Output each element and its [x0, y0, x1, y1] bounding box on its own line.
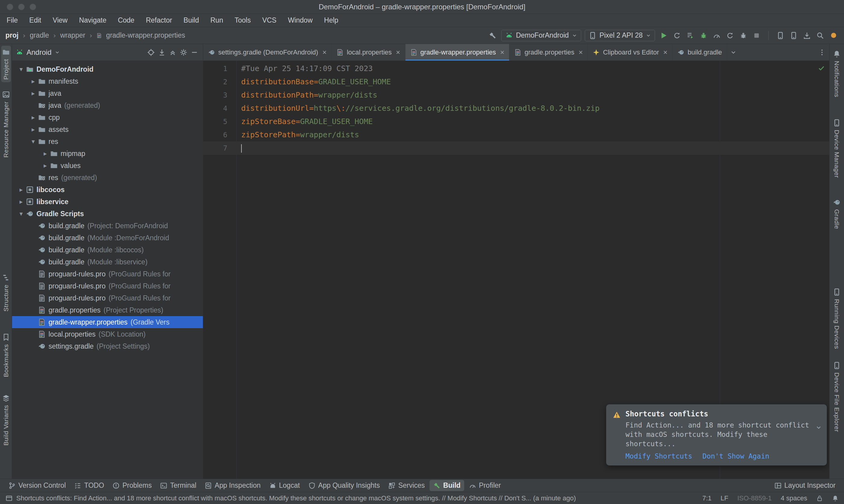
menu-edit[interactable]: Edit — [29, 16, 41, 24]
run-configurations-button[interactable] — [685, 31, 695, 41]
tree-item-gradle-properties-project-properties[interactable]: gradle.properties(Project Properties) — [12, 304, 203, 316]
tree-item-build-gradle-module-demoforandroid[interactable]: build.gradle(Module :DemoForAndroid — [12, 232, 203, 244]
device-selector[interactable]: Pixel 2 API 28 — [585, 30, 655, 41]
minimize-window-button[interactable] — [18, 4, 25, 10]
tree-chevron-icon[interactable]: ▸ — [16, 198, 26, 205]
close-tab-icon[interactable]: × — [322, 48, 326, 57]
menu-build[interactable]: Build — [184, 16, 199, 24]
tree-item-local-properties-sdk-location[interactable]: local.properties(SDK Location) — [12, 328, 203, 340]
tree-item-proguard-rules-pro-proguard-rules-for[interactable]: proguard-rules.pro(ProGuard Rules for — [12, 268, 203, 280]
tool-stripe-build-variants[interactable]: Build Variants — [1, 392, 11, 448]
search-everywhere-button[interactable] — [815, 31, 825, 41]
debug-button[interactable] — [699, 31, 709, 41]
select-opened-file-button[interactable] — [146, 48, 156, 57]
tool-window-button-logcat[interactable]: Logcat — [265, 480, 304, 491]
code-line-5[interactable]: 5zipStoreBase=GRADLE_USER_HOME — [203, 115, 829, 128]
tree-chevron-icon[interactable]: ▸ — [40, 162, 50, 169]
tool-window-button-version-control[interactable]: Version Control — [5, 480, 69, 491]
profiler-button[interactable] — [712, 31, 722, 41]
sync-project-button[interactable] — [725, 31, 735, 41]
tool-stripe-device-manager[interactable]: Device Manager — [832, 116, 842, 180]
menu-tools[interactable]: Tools — [235, 16, 251, 24]
menu-code[interactable]: Code — [118, 16, 135, 24]
close-tab-icon[interactable]: × — [500, 48, 504, 57]
notifications-icon[interactable] — [832, 495, 839, 502]
tool-stripe-bookmarks[interactable]: Bookmarks — [1, 331, 11, 380]
tool-window-button-app-quality-insights[interactable]: App Quality Insights — [305, 480, 384, 491]
zoom-window-button[interactable] — [30, 4, 36, 10]
modify-shortcuts-link[interactable]: Modify Shortcuts — [625, 452, 692, 460]
tool-stripe-notifications[interactable]: Notifications — [832, 48, 842, 100]
hide-panel-button[interactable] — [190, 48, 199, 57]
breadcrumb-item-proj[interactable]: proj — [5, 31, 18, 39]
code-line-7[interactable]: 7 — [203, 142, 829, 155]
tree-chevron-icon[interactable]: ▸ — [28, 90, 38, 97]
readonly-lock-icon[interactable] — [816, 495, 823, 502]
close-tab-icon[interactable]: × — [396, 48, 400, 57]
tree-chevron-icon[interactable]: ▾ — [16, 66, 26, 73]
tree-item-java[interactable]: ▸java — [12, 87, 203, 100]
stop-button[interactable] — [752, 31, 762, 41]
tree-item-res-generated[interactable]: res(generated) — [12, 172, 203, 184]
editor-tab-gradle-properties[interactable]: gradle.properties× — [510, 44, 588, 60]
code-line-1[interactable]: 1#Tue Apr 25 14:17:09 CST 2023 — [203, 62, 829, 75]
menu-help[interactable]: Help — [324, 16, 338, 24]
line-separator[interactable]: LF — [721, 494, 728, 502]
code-line-3[interactable]: 3distributionPath=wrapper/dists — [203, 89, 829, 102]
tool-stripe-device-file-explorer[interactable]: Device File Explorer — [832, 359, 842, 434]
scroll-from-source-button[interactable] — [157, 48, 167, 57]
hidden-tabs-icon[interactable] — [730, 49, 737, 56]
breadcrumb-item-wrapper[interactable]: wrapper — [60, 31, 85, 39]
sdk-manager-button[interactable] — [802, 31, 812, 41]
tree-item-cpp[interactable]: ▸cpp — [12, 111, 203, 123]
editor-tab-clipboard-vs-editor[interactable]: Clipboard vs Editor× — [588, 44, 672, 60]
tree-chevron-icon[interactable]: ▸ — [28, 78, 38, 85]
close-tab-icon[interactable]: × — [663, 48, 667, 57]
tree-item-proguard-rules-pro-proguard-rules-for[interactable]: proguard-rules.pro(ProGuard Rules for — [12, 280, 203, 292]
indent-setting[interactable]: 4 spaces — [781, 494, 807, 502]
tree-item-build-gradle-project-demoforandroid[interactable]: build.gradle(Project: DemoForAndroid — [12, 220, 203, 232]
tool-window-button-profiler[interactable]: Profiler — [465, 480, 504, 491]
close-window-button[interactable] — [7, 4, 13, 10]
tool-window-button-todo[interactable]: TODO — [71, 480, 108, 491]
tree-item-libservice[interactable]: ▸libservice — [12, 196, 203, 208]
tree-item-gradle-scripts[interactable]: ▾Gradle Scripts — [12, 208, 203, 220]
editor-tab-gradle-wrapper-properties[interactable]: gradle-wrapper.properties× — [406, 44, 510, 60]
menu-vcs[interactable]: VCS — [262, 16, 276, 24]
tool-window-button-terminal[interactable]: Terminal — [156, 480, 200, 491]
tool-window-button-services[interactable]: Services — [385, 480, 428, 491]
apply-changes-button[interactable] — [672, 31, 682, 41]
menu-refactor[interactable]: Refactor — [146, 16, 172, 24]
options-button[interactable] — [179, 48, 188, 57]
tool-window-button-app-inspection[interactable]: App Inspection — [201, 480, 264, 491]
tool-stripe-project[interactable]: Project — [1, 46, 11, 82]
tree-item-proguard-rules-pro-proguard-rules-for[interactable]: proguard-rules.pro(ProGuard Rules for — [12, 292, 203, 304]
editor-options-icon[interactable] — [819, 49, 826, 56]
menu-view[interactable]: View — [53, 16, 68, 24]
window-icon[interactable] — [5, 495, 13, 502]
device-manager-button[interactable] — [775, 31, 786, 41]
tool-stripe-structure[interactable]: Structure — [1, 271, 11, 314]
expand-notification-icon[interactable] — [815, 424, 822, 431]
tree-chevron-icon[interactable]: ▸ — [40, 150, 50, 157]
inspections-ok-icon[interactable] — [818, 65, 825, 72]
file-encoding[interactable]: ISO-8859-1 — [737, 494, 772, 502]
updates-indicator[interactable] — [828, 31, 839, 41]
run-config-selector[interactable]: DemoForAndroid — [501, 30, 581, 41]
menu-run[interactable]: Run — [210, 16, 223, 24]
menu-window[interactable]: Window — [288, 16, 313, 24]
editor-tab-settings-gradle-demoforandroid[interactable]: settings.gradle (DemoForAndroid)× — [203, 44, 331, 60]
code-line-4[interactable]: 4distributionUrl=https\://services.gradl… — [203, 102, 829, 115]
tree-item-values[interactable]: ▸values — [12, 160, 203, 172]
tool-stripe-running-devices[interactable]: Running Devices — [832, 286, 842, 352]
collapse-all-button[interactable] — [168, 48, 177, 57]
tool-stripe-resource-manager[interactable]: Resource Manager — [1, 88, 11, 160]
tree-item-demoforandroid[interactable]: ▾DemoForAndroid — [12, 63, 203, 75]
breadcrumb-item-gradle[interactable]: gradle — [30, 31, 49, 39]
tree-item-manifests[interactable]: ▸manifests — [12, 75, 203, 87]
tree-item-libcocos[interactable]: ▸libcocos — [12, 184, 203, 196]
tree-item-build-gradle-module-libcocos[interactable]: build.gradle(Module :libcocos) — [12, 244, 203, 256]
tree-chevron-icon[interactable]: ▸ — [28, 114, 38, 121]
tree-item-build-gradle-module-libservice[interactable]: build.gradle(Module :libservice) — [12, 256, 203, 268]
code-line-2[interactable]: 2distributionBase=GRADLE_USER_HOME — [203, 75, 829, 89]
